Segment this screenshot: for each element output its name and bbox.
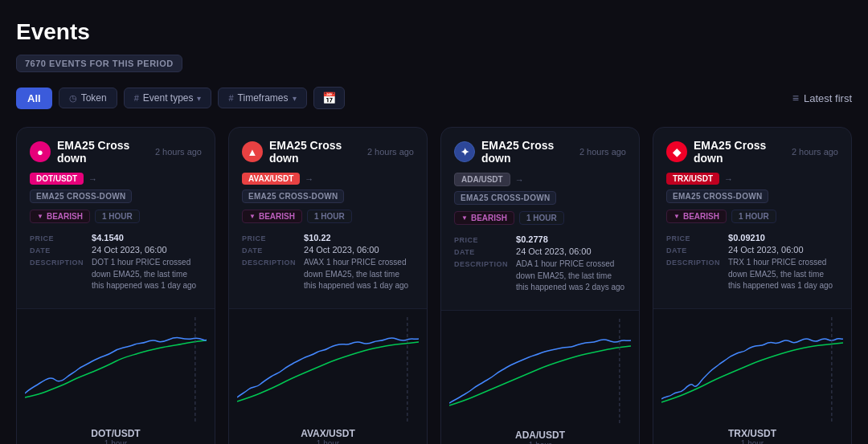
pair-tag-trx: TRX/USDT bbox=[666, 173, 719, 185]
date-value-dot: 24 Oct 2023, 06:00 bbox=[92, 245, 202, 255]
card-chart-trx: TRX/USDT 1 hour bbox=[653, 308, 851, 445]
card-event-title-dot: EMA25 Cross down bbox=[57, 139, 155, 165]
clock-icon: ◷ bbox=[69, 93, 77, 104]
date-value-trx: 24 Oct 2023, 06:00 bbox=[728, 245, 838, 255]
card-body-avax: ▲ EMA25 Cross down 2 hours ago AVAX/USDT… bbox=[229, 128, 427, 308]
desc-label-dot: DESCRIPTION bbox=[30, 257, 84, 292]
events-count-badge: 7670 EVENTS FOR THIS PERIOD bbox=[16, 55, 182, 72]
card-title-row-dot: ● EMA25 Cross down bbox=[30, 139, 155, 165]
chart-label-sub-ada: 1 hour bbox=[449, 441, 631, 445]
bearish-badge-dot: BEARISH bbox=[30, 210, 90, 223]
token-icon-ada: ✦ bbox=[454, 141, 475, 162]
token-icon-dot: ● bbox=[30, 141, 51, 162]
event-type-tag-avax: EMA25 CROSS-DOWN bbox=[242, 189, 344, 203]
bearish-badge-avax: BEARISH bbox=[242, 210, 302, 223]
event-type-tag-dot: EMA25 CROSS-DOWN bbox=[30, 189, 132, 203]
filter-event-types-label: Event types bbox=[143, 92, 194, 104]
card-chart-avax: AVAX/USDT 1 hour bbox=[229, 308, 427, 445]
chart-label-main-dot: DOT/USDT bbox=[25, 428, 207, 439]
desc-label-avax: DESCRIPTION bbox=[242, 257, 296, 292]
ema-line-ada bbox=[449, 346, 631, 405]
cards-grid: ● EMA25 Cross down 2 hours ago DOT/USDT … bbox=[16, 127, 852, 444]
chart-label-trx: TRX/USDT 1 hour bbox=[661, 422, 843, 445]
pair-tag-avax: AVAX/USDT bbox=[242, 173, 300, 185]
bearish-row-dot: BEARISH 1 HOUR bbox=[30, 210, 202, 223]
chart-label-main-trx: TRX/USDT bbox=[661, 428, 843, 439]
filter-token-label: Token bbox=[81, 92, 107, 104]
tag-row-dot: DOT/USDT → EMA25 CROSS-DOWN bbox=[30, 173, 202, 203]
chevron-down-icon: ▾ bbox=[197, 94, 201, 103]
sort-button[interactable]: ≡ Latest first bbox=[792, 92, 852, 104]
chart-svg-dot bbox=[25, 317, 207, 422]
card-title-row-avax: ▲ EMA25 Cross down bbox=[242, 139, 367, 165]
filter-all-button[interactable]: All bbox=[16, 88, 52, 109]
ema-line-avax bbox=[237, 342, 419, 401]
bearish-row-avax: BEARISH 1 HOUR bbox=[242, 210, 414, 223]
ema-line-trx bbox=[661, 343, 843, 402]
tag-row-avax: AVAX/USDT → EMA25 CROSS-DOWN bbox=[242, 173, 414, 203]
arrow-icon-ada: → bbox=[515, 175, 524, 185]
chart-label-sub-avax: 1 hour bbox=[237, 439, 419, 445]
card-header-trx: ◆ EMA25 Cross down 2 hours ago bbox=[666, 139, 838, 165]
event-type-tag-trx: EMA25 CROSS-DOWN bbox=[666, 189, 768, 203]
card-header-avax: ▲ EMA25 Cross down 2 hours ago bbox=[242, 139, 414, 165]
token-icon-trx: ◆ bbox=[666, 141, 687, 162]
chart-label-main-ada: ADA/USDT bbox=[449, 430, 631, 441]
card-avax[interactable]: ▲ EMA25 Cross down 2 hours ago AVAX/USDT… bbox=[228, 127, 428, 444]
ema-line-dot bbox=[25, 340, 207, 397]
hash-icon-2: # bbox=[228, 93, 233, 103]
desc-value-ada: ADA 1 hour PRICE crossed down EMA25, the… bbox=[516, 259, 626, 294]
price-line-ada bbox=[449, 339, 631, 402]
filter-bar: All ◷ Token # Event types ▾ # Timeframes… bbox=[16, 87, 852, 109]
token-icon-avax: ▲ bbox=[242, 141, 263, 162]
event-type-tag-ada: EMA25 CROSS-DOWN bbox=[454, 191, 556, 205]
hash-icon: # bbox=[134, 93, 139, 103]
chart-label-sub-trx: 1 hour bbox=[661, 439, 843, 445]
price-label-avax: PRICE bbox=[242, 233, 296, 242]
bearish-badge-trx: BEARISH bbox=[666, 210, 727, 223]
chart-svg-ada bbox=[449, 319, 631, 423]
desc-value-trx: TRX 1 hour PRICE crossed down EMA25, the… bbox=[728, 257, 838, 292]
bearish-row-trx: BEARISH 1 HOUR bbox=[666, 210, 838, 223]
calendar-icon: 📅 bbox=[322, 92, 336, 104]
chart-label-sub-dot: 1 hour bbox=[25, 439, 207, 445]
card-dot[interactable]: ● EMA25 Cross down 2 hours ago DOT/USDT … bbox=[16, 127, 215, 444]
chevron-down-icon-2: ▾ bbox=[293, 94, 297, 103]
timeframe-badge-ada: 1 HOUR bbox=[519, 211, 564, 225]
card-time-trx: 2 hours ago bbox=[792, 147, 838, 157]
bearish-badge-ada: BEARISH bbox=[454, 211, 514, 225]
card-title-row-trx: ◆ EMA25 Cross down bbox=[666, 139, 792, 165]
chart-svg-trx bbox=[661, 317, 843, 422]
arrow-icon-dot: → bbox=[88, 174, 97, 184]
page-title: Events bbox=[16, 19, 852, 45]
chart-label-avax: AVAX/USDT 1 hour bbox=[237, 422, 419, 445]
tag-row-ada: ADA/USDT → EMA25 CROSS-DOWN bbox=[454, 173, 626, 205]
calendar-button[interactable]: 📅 bbox=[313, 87, 345, 109]
card-data-avax: PRICE $10.22 DATE 24 Oct 2023, 06:00 DES… bbox=[242, 233, 414, 292]
card-chart-ada: ADA/USDT 1 hour bbox=[441, 310, 639, 445]
arrow-icon-trx: → bbox=[724, 174, 733, 184]
timeframe-badge-avax: 1 HOUR bbox=[307, 210, 352, 223]
card-data-trx: PRICE $0.09210 DATE 24 Oct 2023, 06:00 D… bbox=[666, 233, 838, 292]
card-time-dot: 2 hours ago bbox=[155, 147, 202, 157]
desc-label-ada: DESCRIPTION bbox=[454, 259, 508, 294]
pair-tag-ada: ADA/USDT bbox=[454, 173, 510, 186]
price-value-ada: $0.2778 bbox=[516, 234, 626, 244]
date-value-ada: 24 Oct 2023, 06:00 bbox=[516, 246, 626, 256]
card-event-title-trx: EMA25 Cross down bbox=[694, 139, 792, 165]
card-body-ada: ✦ EMA25 Cross down 2 hours ago ADA/USDT … bbox=[441, 128, 639, 310]
chart-label-main-avax: AVAX/USDT bbox=[237, 428, 419, 439]
filter-token-button[interactable]: ◷ Token bbox=[59, 88, 117, 108]
card-time-avax: 2 hours ago bbox=[367, 147, 414, 157]
price-value-dot: $4.1540 bbox=[92, 233, 202, 242]
card-header-dot: ● EMA25 Cross down 2 hours ago bbox=[30, 139, 202, 165]
filter-event-types-button[interactable]: # Event types ▾ bbox=[124, 88, 212, 108]
pair-tag-dot: DOT/USDT bbox=[30, 173, 84, 185]
card-trx[interactable]: ◆ EMA25 Cross down 2 hours ago TRX/USDT … bbox=[653, 127, 852, 444]
filter-timeframes-button[interactable]: # Timeframes ▾ bbox=[218, 88, 306, 108]
card-ada[interactable]: ✦ EMA25 Cross down 2 hours ago ADA/USDT … bbox=[440, 127, 640, 444]
card-chart-dot: DOT/USDT 1 hour bbox=[17, 308, 215, 445]
price-label-dot: PRICE bbox=[30, 233, 84, 242]
card-event-title-avax: EMA25 Cross down bbox=[269, 139, 367, 165]
price-label-ada: PRICE bbox=[454, 234, 508, 244]
